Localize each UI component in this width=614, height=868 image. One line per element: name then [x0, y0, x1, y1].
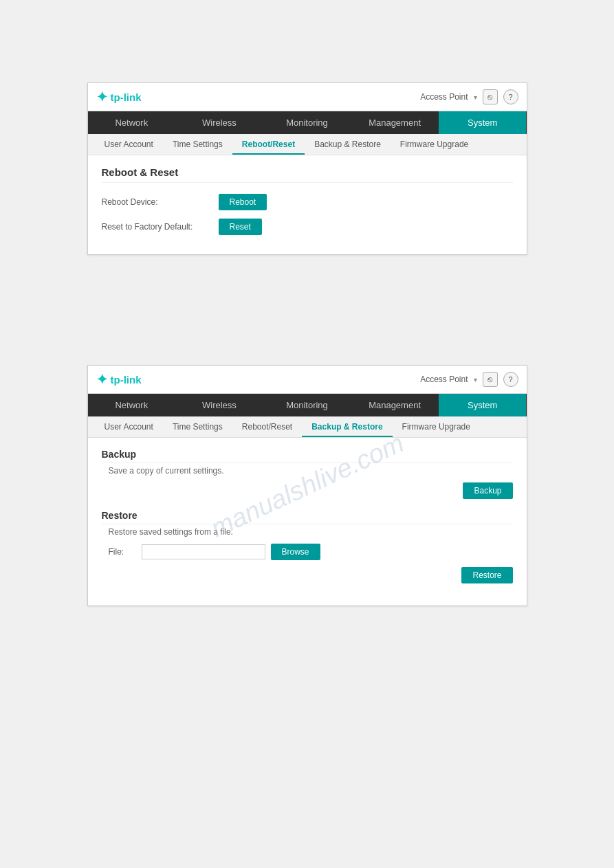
- nav-system-2[interactable]: System: [439, 394, 527, 416]
- backup-button[interactable]: Backup: [463, 482, 512, 499]
- dropdown-arrow-2: ▾: [474, 376, 477, 383]
- nav-network-2[interactable]: Network: [88, 394, 176, 416]
- subnav-time-settings-1[interactable]: Time Settings: [163, 134, 232, 155]
- subnav-backup-restore-2[interactable]: Backup & Restore: [302, 416, 392, 437]
- nav-system-1[interactable]: System: [439, 111, 527, 134]
- content-1: Reboot & Reset Reboot Device: Reboot Res…: [88, 155, 527, 254]
- restore-btn-row: Restore: [102, 567, 513, 583]
- dropdown-arrow-1: ▾: [474, 93, 477, 101]
- reset-label: Reset to Factory Default:: [102, 222, 212, 232]
- logo-text-2: tp-link: [111, 374, 142, 386]
- reboot-label: Reboot Device:: [102, 197, 212, 207]
- tp-link-icon-1: ✦: [96, 89, 108, 105]
- help-icon-2[interactable]: ?: [503, 372, 518, 387]
- header-right-1: Access Point ▾ ⎋ ?: [420, 89, 518, 104]
- backup-title: Backup: [102, 449, 513, 463]
- nav-network-1[interactable]: Network: [88, 111, 176, 134]
- subnav-reboot-reset-1[interactable]: Reboot/Reset: [232, 134, 305, 155]
- subnav-firmware-upgrade-2[interactable]: Firmware Upgrade: [393, 416, 480, 437]
- panel-backup-restore: ✦ tp-link Access Point ▾ ⎋ ? Network Wir…: [87, 365, 527, 606]
- header-right-2: Access Point ▾ ⎋ ?: [420, 372, 518, 387]
- restore-block: Restore Restore saved settings from a fi…: [102, 510, 513, 583]
- nav-management-1[interactable]: Management: [351, 111, 439, 134]
- panel-header-1: ✦ tp-link Access Point ▾ ⎋ ?: [88, 83, 527, 111]
- subnav-user-account-2[interactable]: User Account: [95, 416, 163, 437]
- file-input[interactable]: [142, 544, 265, 559]
- nav-wireless-1[interactable]: Wireless: [175, 111, 263, 134]
- logo-2: ✦ tp-link: [96, 371, 142, 388]
- logout-icon-2[interactable]: ⎋: [483, 372, 498, 387]
- main-nav-2: Network Wireless Monitoring Management S…: [88, 394, 527, 416]
- restore-title: Restore: [102, 510, 513, 524]
- backup-block: Backup Save a copy of current settings. …: [102, 449, 513, 499]
- subnav-time-settings-2[interactable]: Time Settings: [163, 416, 232, 437]
- panel-header-2: ✦ tp-link Access Point ▾ ⎋ ?: [88, 366, 527, 394]
- subnav-reboot-reset-2[interactable]: Reboot/Reset: [232, 416, 302, 437]
- backup-btn-row: Backup: [102, 482, 513, 499]
- reboot-row: Reboot Device: Reboot: [102, 194, 513, 210]
- section-title-1: Reboot & Reset: [102, 166, 513, 183]
- file-input-row: File: Browse: [102, 544, 513, 560]
- help-icon-1[interactable]: ?: [503, 89, 518, 104]
- restore-button[interactable]: Restore: [461, 567, 512, 583]
- nav-monitoring-2[interactable]: Monitoring: [263, 394, 351, 416]
- reset-button[interactable]: Reset: [219, 219, 262, 235]
- main-nav-1: Network Wireless Monitoring Management S…: [88, 111, 527, 134]
- sub-nav-2: User Account Time Settings Reboot/Reset …: [88, 416, 527, 438]
- nav-management-2[interactable]: Management: [351, 394, 439, 416]
- logout-icon-1[interactable]: ⎋: [483, 89, 498, 104]
- tp-link-icon-2: ✦: [96, 371, 108, 388]
- reboot-button[interactable]: Reboot: [219, 194, 267, 210]
- subnav-firmware-upgrade-1[interactable]: Firmware Upgrade: [391, 134, 478, 155]
- nav-monitoring-1[interactable]: Monitoring: [263, 111, 351, 134]
- file-label: File:: [109, 547, 136, 557]
- content-2: Backup Save a copy of current settings. …: [88, 438, 527, 605]
- subnav-user-account-1[interactable]: User Account: [95, 134, 163, 155]
- browse-button[interactable]: Browse: [271, 544, 320, 560]
- restore-desc: Restore saved settings from a file.: [102, 527, 513, 537]
- logo-text-1: tp-link: [111, 91, 142, 103]
- nav-wireless-2[interactable]: Wireless: [175, 394, 263, 416]
- subnav-backup-restore-1[interactable]: Backup & Restore: [305, 134, 391, 155]
- access-point-label-1: Access Point: [420, 92, 468, 102]
- reset-row: Reset to Factory Default: Reset: [102, 219, 513, 235]
- panel-reboot-reset: ✦ tp-link Access Point ▾ ⎋ ? Network Wir…: [87, 82, 527, 255]
- sub-nav-1: User Account Time Settings Reboot/Reset …: [88, 134, 527, 155]
- logo-1: ✦ tp-link: [96, 89, 142, 105]
- access-point-label-2: Access Point: [420, 375, 468, 384]
- backup-desc: Save a copy of current settings.: [102, 466, 513, 476]
